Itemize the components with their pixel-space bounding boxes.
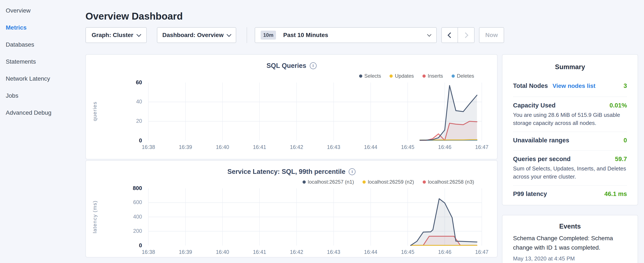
x-tick-label: 16:43 (321, 249, 346, 255)
capacity-used-label: Capacity Used (513, 102, 556, 109)
now-button-label: Now (485, 32, 498, 39)
sidebar-item-jobs[interactable]: Jobs (0, 87, 85, 104)
dashboard-label: Dashboard: Overview (162, 32, 224, 39)
summary-row-total-nodes: Total Nodes View nodes list 3 (513, 82, 627, 89)
y-tick-label: 20 (116, 118, 142, 124)
view-nodes-list-link[interactable]: View nodes list (552, 83, 596, 89)
p99-latency-label: P99 latency (513, 190, 547, 197)
y-tick-label: 200 (116, 228, 142, 234)
divider (513, 97, 627, 97)
x-tick-label: 16:42 (284, 144, 309, 150)
divider (513, 132, 627, 132)
x-tick-label: 16:44 (358, 144, 383, 150)
x-tick-label: 16:43 (321, 144, 346, 150)
time-forward-button[interactable] (458, 27, 474, 43)
sidebar-item-databases[interactable]: Databases (0, 36, 85, 53)
sql-queries-card: SQL Queries i SelectsUpdatesInsertsDelet… (86, 54, 498, 159)
capacity-description: You are using 28.6 MiB of 515.9 GiB usab… (513, 111, 628, 127)
x-tick-label: 16:38 (136, 249, 161, 255)
total-nodes-value: 3 (624, 82, 627, 89)
service-latency-chart[interactable] (86, 161, 498, 258)
chevron-down-icon (227, 32, 232, 37)
summary-panel: Summary Total Nodes View nodes list 3 Ca… (502, 54, 638, 205)
summary-row-unavailable: Unavailable ranges 0 (513, 137, 627, 144)
x-tick-label: 16:40 (210, 144, 235, 150)
time-range-badge: 10m (261, 31, 276, 40)
service-latency-card: Service Latency: SQL, 99th percentile i … (86, 160, 498, 257)
qps-description: Sum of Selects, Updates, Inserts, and De… (513, 164, 628, 181)
x-tick-label: 16:42 (284, 249, 309, 255)
unavailable-ranges-label: Unavailable ranges (513, 137, 569, 144)
x-tick-label: 16:46 (432, 249, 458, 255)
event-timestamp: May 13, 2020 at 4:45 PM (513, 255, 627, 262)
chevron-down-icon (136, 32, 142, 37)
time-range-label: Past 10 Minutes (283, 32, 328, 39)
graph-scope-label: Graph: Cluster (92, 32, 133, 39)
qps-value: 59.7 (615, 156, 627, 163)
x-tick-label: 16:46 (432, 144, 458, 150)
summary-row-capacity: Capacity Used 0.01% (513, 102, 627, 109)
summary-title: Summary (502, 63, 638, 71)
page-title: Overview Dashboard (86, 11, 183, 22)
y-tick-label: 60 (116, 79, 142, 86)
x-tick-label: 16:45 (395, 144, 420, 150)
events-title: Events (502, 222, 638, 230)
x-tick-label: 16:40 (210, 249, 235, 255)
unavailable-ranges-value: 0 (624, 137, 627, 144)
x-tick-label: 16:44 (358, 249, 383, 255)
events-panel: Events Schema Change Completed: Schema c… (502, 215, 638, 263)
controls-divider (247, 27, 247, 43)
y-tick-label: 0 (116, 242, 142, 249)
chevron-right-icon (463, 32, 468, 38)
admin-ui-root: OverviewMetricsDatabasesStatementsNetwor… (0, 0, 644, 263)
y-tick-label: 600 (116, 199, 142, 205)
sidebar-item-metrics[interactable]: Metrics (0, 19, 85, 36)
x-tick-label: 16:47 (469, 249, 494, 255)
event-message: Schema Change Completed: Schema change w… (513, 234, 628, 252)
sidebar-item-advanced-debug[interactable]: Advanced Debug (0, 104, 85, 121)
y-tick-label: 800 (116, 185, 142, 191)
x-tick-label: 16:45 (395, 249, 420, 255)
y-tick-label: 400 (116, 214, 142, 220)
qps-label: Queries per second (513, 156, 571, 163)
capacity-used-value: 0.01% (610, 102, 627, 109)
p99-latency-value: 46.1 ms (604, 190, 627, 197)
sidebar-item-overview[interactable]: Overview (0, 2, 85, 19)
y-tick-label: 40 (116, 99, 142, 105)
x-tick-label: 16:39 (173, 144, 198, 150)
graph-scope-dropdown[interactable]: Graph: Cluster (86, 27, 147, 43)
dashboard-dropdown[interactable]: Dashboard: Overview (157, 27, 236, 43)
x-tick-label: 16:47 (469, 144, 494, 150)
now-button[interactable]: Now (479, 27, 504, 43)
summary-row-p99: P99 latency 46.1 ms (513, 190, 627, 197)
total-nodes-label: Total Nodes (513, 82, 548, 89)
x-tick-label: 16:41 (247, 249, 272, 255)
time-back-button[interactable] (442, 27, 458, 43)
chevron-down-icon (427, 32, 432, 37)
time-nav-group (442, 27, 474, 43)
sidebar: OverviewMetricsDatabasesStatementsNetwor… (0, 2, 85, 121)
y-tick-label: 0 (116, 137, 142, 144)
divider (513, 150, 627, 151)
sidebar-item-statements[interactable]: Statements (0, 53, 85, 70)
sidebar-item-network-latency[interactable]: Network Latency (0, 70, 85, 87)
summary-row-qps: Queries per second 59.7 (513, 156, 627, 163)
x-tick-label: 16:41 (247, 144, 272, 150)
chevron-left-icon (448, 32, 453, 38)
x-tick-label: 16:39 (173, 249, 198, 255)
x-tick-label: 16:38 (136, 144, 161, 150)
time-range-dropdown[interactable]: 10m Past 10 Minutes (255, 27, 437, 43)
